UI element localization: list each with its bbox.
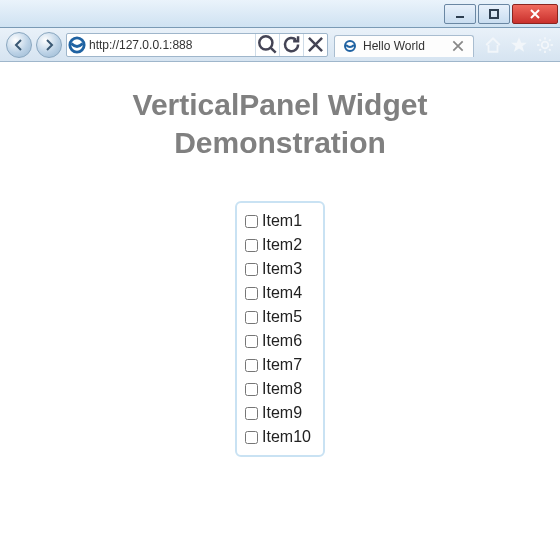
item-label: Item4 [262, 281, 302, 305]
favorites-button[interactable] [510, 36, 528, 54]
item-checkbox[interactable] [245, 263, 258, 276]
item-label: Item8 [262, 377, 302, 401]
item-label: Item9 [262, 401, 302, 425]
list-item[interactable]: Item7 [245, 353, 311, 377]
item-checkbox[interactable] [245, 431, 258, 444]
browser-tools [478, 36, 554, 54]
item-label: Item3 [262, 257, 302, 281]
stop-icon [304, 33, 327, 56]
address-refresh-button[interactable] [279, 34, 303, 56]
item-label: Item5 [262, 305, 302, 329]
browser-toolbar: Hello World [0, 28, 560, 62]
tab-strip: Hello World [334, 33, 474, 57]
refresh-icon [280, 33, 303, 56]
gear-icon [536, 36, 554, 54]
list-item[interactable]: Item5 [245, 305, 311, 329]
item-checkbox[interactable] [245, 335, 258, 348]
address-stop-button[interactable] [303, 34, 327, 56]
list-item[interactable]: Item8 [245, 377, 311, 401]
item-label: Item7 [262, 353, 302, 377]
list-item[interactable]: Item9 [245, 401, 311, 425]
address-input[interactable] [87, 38, 255, 52]
item-checkbox[interactable] [245, 407, 258, 420]
item-checkbox[interactable] [245, 287, 258, 300]
search-icon [256, 33, 279, 56]
list-item[interactable]: Item4 [245, 281, 311, 305]
item-checkbox[interactable] [245, 215, 258, 228]
close-icon [529, 8, 541, 20]
item-checkbox[interactable] [245, 239, 258, 252]
nav-forward-button[interactable] [36, 32, 62, 58]
window-maximize-button[interactable] [478, 4, 510, 24]
list-item[interactable]: Item6 [245, 329, 311, 353]
item-checkbox[interactable] [245, 359, 258, 372]
window-close-button[interactable] [512, 4, 558, 24]
address-bar [66, 33, 328, 57]
tools-button[interactable] [536, 36, 554, 54]
minimize-icon [454, 8, 466, 20]
page-title: VerticalPanel Widget Demonstration [90, 86, 470, 161]
tab-close-button[interactable] [451, 39, 465, 53]
address-search-button[interactable] [255, 34, 279, 56]
list-item[interactable]: Item10 [245, 425, 311, 449]
window-titlebar [0, 0, 560, 28]
item-label: Item1 [262, 209, 302, 233]
list-item[interactable]: Item2 [245, 233, 311, 257]
item-label: Item2 [262, 233, 302, 257]
star-icon [510, 36, 528, 54]
home-icon [484, 36, 502, 54]
arrow-right-icon [42, 38, 56, 52]
close-icon [451, 39, 465, 53]
svg-point-5 [542, 41, 549, 48]
ie-favicon-icon [67, 35, 87, 55]
list-item[interactable]: Item3 [245, 257, 311, 281]
home-button[interactable] [484, 36, 502, 54]
page-content: VerticalPanel Widget Demonstration Item1… [0, 62, 560, 547]
svg-point-3 [259, 36, 272, 49]
tab-title: Hello World [363, 39, 425, 53]
svg-rect-0 [456, 16, 464, 18]
browser-tab[interactable]: Hello World [334, 35, 474, 57]
nav-back-button[interactable] [6, 32, 32, 58]
arrow-left-icon [12, 38, 26, 52]
vertical-panel: Item1Item2Item3Item4Item5Item6Item7Item8… [235, 201, 325, 457]
item-checkbox[interactable] [245, 311, 258, 324]
item-label: Item10 [262, 425, 311, 449]
ie-favicon-icon [343, 39, 357, 53]
window-minimize-button[interactable] [444, 4, 476, 24]
list-item[interactable]: Item1 [245, 209, 311, 233]
item-checkbox[interactable] [245, 383, 258, 396]
svg-rect-1 [490, 10, 498, 18]
maximize-icon [488, 8, 500, 20]
item-label: Item6 [262, 329, 302, 353]
